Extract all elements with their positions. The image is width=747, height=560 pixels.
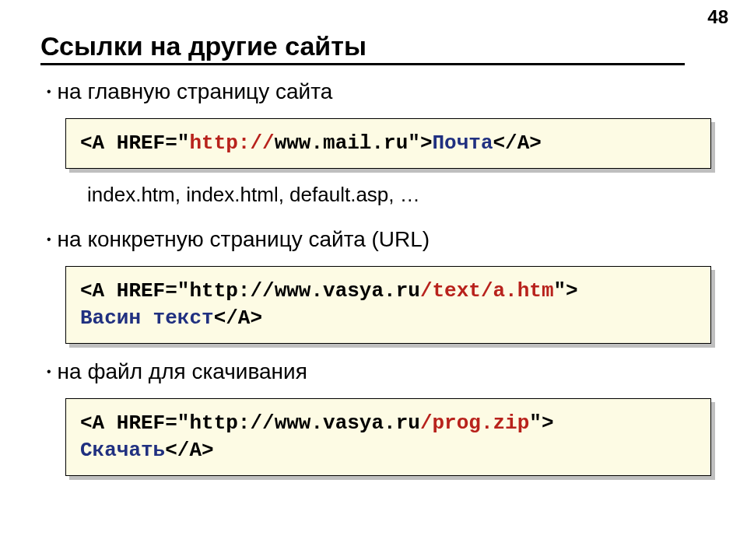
code-fragment: Скачать: [80, 439, 165, 462]
code-fragment: </A>: [493, 131, 542, 155]
page-number: 48: [707, 6, 728, 28]
code-fragment: ">: [554, 279, 578, 303]
code-example-2: <A HREF="http://www.vasya.ru/text/a.htm"…: [65, 266, 711, 344]
bullet-text: на главную страницу сайта: [58, 79, 333, 104]
bullet-icon: •: [47, 233, 51, 246]
bullet-item-3: • на файл для скачивания: [47, 359, 747, 384]
bullet-icon: •: [47, 366, 51, 378]
code-fragment: www.mail.ru">: [275, 131, 433, 155]
code-example-3: <A HREF="http://www.vasya.ru/prog.zip">С…: [65, 398, 711, 476]
bullet-text: на файл для скачивания: [58, 359, 307, 384]
code-fragment: Васин текст: [80, 306, 214, 330]
code-fragment: ">: [529, 411, 553, 435]
bullet-icon: •: [47, 86, 51, 98]
code-fragment: </A>: [214, 306, 262, 330]
bullet-item-1: • на главную страницу сайта: [47, 79, 747, 104]
index-files-note: index.htm, index.html, default.asp, …: [87, 183, 747, 207]
bullet-text: на конкретную страницу сайта (URL): [58, 227, 430, 252]
code-example-1: <A HREF="http://www.mail.ru">Почта</A>: [65, 118, 711, 169]
bullet-item-2: • на конкретную страницу сайта (URL): [47, 227, 747, 252]
code-fragment: /text/a.htm: [420, 279, 554, 303]
code-fragment: </A>: [165, 439, 213, 462]
code-fragment: Почта: [433, 131, 493, 155]
code-fragment: <A HREF="http://www.vasya.ru: [80, 279, 420, 303]
code-fragment: http://: [189, 131, 274, 155]
code-fragment: <A HREF=": [80, 131, 189, 155]
code-fragment: <A HREF="http://www.vasya.ru: [80, 411, 420, 435]
code-fragment: /prog.zip: [420, 411, 529, 435]
slide-body: • на главную страницу сайта <A HREF="htt…: [47, 79, 747, 476]
slide-title: Ссылки на другие сайты: [40, 31, 685, 65]
